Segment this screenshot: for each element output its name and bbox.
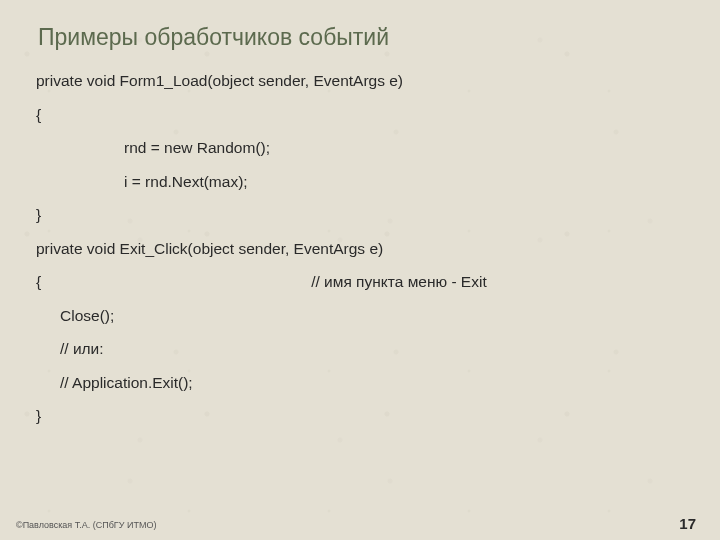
page-number: 17 xyxy=(679,515,696,532)
code-line: } xyxy=(36,207,684,223)
code-line: } xyxy=(36,408,684,424)
code-comment: // имя пункта меню - Exit xyxy=(41,274,487,290)
code-line: private void Form1_Load(object sender, E… xyxy=(36,73,684,89)
code-line: private void Exit_Click(object sender, E… xyxy=(36,241,684,257)
code-line: Close(); xyxy=(36,308,684,324)
slide-title: Примеры обработчиков событий xyxy=(38,24,684,51)
code-line: // или: xyxy=(36,341,684,357)
code-line: // Application.Exit(); xyxy=(36,375,684,391)
footer-copyright: ©Павловская Т.А. (СПбГУ ИТМО) xyxy=(16,520,156,530)
code-block: private void Form1_Load(object sender, E… xyxy=(36,73,684,424)
code-line: {// имя пункта меню - Exit xyxy=(36,274,684,290)
code-line: rnd = new Random(); xyxy=(36,140,684,156)
code-line: { xyxy=(36,107,684,123)
code-line: i = rnd.Next(max); xyxy=(36,174,684,190)
